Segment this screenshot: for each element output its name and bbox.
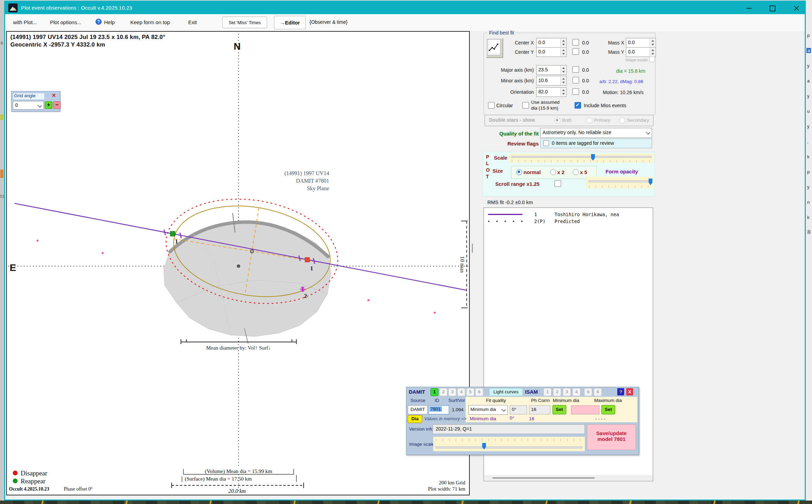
major-axis-field[interactable]: 23.5 [536, 65, 567, 75]
orientation-fix-checkbox[interactable] [572, 88, 579, 95]
background-text-fragment: , [807, 139, 809, 144]
spinner-icon[interactable] [650, 48, 655, 56]
form-opacity-label: Form opacity [606, 169, 638, 174]
spinner-icon[interactable] [560, 88, 566, 96]
damit-model-1-button[interactable]: 1 [430, 388, 438, 396]
form-opacity-slider-thumb[interactable] [649, 179, 652, 185]
obs-row1-name[interactable]: Toshihiro Horikawa, nea [555, 212, 619, 217]
spinner-icon[interactable] [560, 39, 566, 47]
grid-angle-plus-button[interactable]: + [45, 101, 52, 109]
title-bar[interactable]: Plot event observations : Occult v.4.202… [5, 2, 805, 14]
menu-exit[interactable]: Exit [188, 19, 197, 25]
scale-slider[interactable] [509, 153, 654, 163]
grid-angle-select[interactable]: 0 [13, 101, 44, 110]
major-axis-fix-checkbox[interactable] [572, 66, 579, 73]
fit-quality-select[interactable]: Minimum dia [468, 405, 508, 415]
circular-checkbox[interactable] [488, 102, 495, 109]
double-primary-radio[interactable] [587, 118, 592, 123]
spinner-icon[interactable] [560, 66, 566, 74]
isam-model-5-button[interactable]: 5 [584, 388, 592, 396]
set-miss-times-button[interactable]: Set 'Miss' Times [222, 17, 267, 28]
grid-angle-close-icon[interactable]: ✕ [52, 92, 56, 99]
size-label: Size [493, 168, 503, 174]
spinner-icon[interactable] [560, 48, 566, 56]
isam-model-3-button[interactable]: 3 [563, 388, 571, 396]
review-flags-checkbox[interactable] [543, 140, 549, 146]
damit-model-3-button[interactable]: 3 [448, 388, 456, 396]
center-x-field[interactable]: 0.0 [536, 38, 567, 48]
minimize-button[interactable] [742, 4, 756, 12]
memory-maximum-dia: - - - - [595, 416, 605, 421]
double-both-radio[interactable] [555, 118, 560, 123]
damit-model-4-button[interactable]: 4 [457, 388, 465, 396]
isam-model-6-button[interactable]: 6 [594, 388, 602, 396]
obs-row1-num[interactable]: 1 [534, 212, 537, 217]
help-icon[interactable]: ? [95, 19, 102, 25]
close-button[interactable] [790, 4, 803, 12]
include-miss-checkbox[interactable] [575, 102, 581, 109]
background-text-fragment: y [807, 93, 810, 99]
reappear-marker[interactable] [305, 258, 309, 262]
minimum-dia-field[interactable]: 16 [529, 405, 550, 414]
sky-plane-plot: 10 mas Mean diameter by: Vol↑ Surf↓ N E … [7, 32, 469, 495]
set-max-button[interactable]: Set [601, 405, 615, 414]
background-text-fragment: b [1, 41, 3, 46]
size-x2-radio[interactable] [550, 169, 556, 175]
model-id-field[interactable]: 7801 [428, 405, 449, 414]
scrollbar-thumb[interactable] [493, 477, 595, 478]
image-scale-slider[interactable] [433, 437, 585, 451]
surface-mean-dia-label: (Surface) Mean dia = 17.50 km [185, 476, 252, 482]
size-x5-radio[interactable] [573, 169, 579, 175]
isam-model-2-button[interactable]: 2 [553, 388, 561, 396]
minor-axis-fix-checkbox[interactable] [572, 77, 579, 83]
isam-model-1-button[interactable]: 1 [544, 388, 551, 396]
scroll-range-checkbox[interactable] [555, 180, 561, 187]
isam-model-4-button[interactable]: 4 [572, 388, 580, 396]
version-info-field[interactable]: 2022-11-29, Q=1 [433, 424, 585, 434]
source-button[interactable]: DAMIT [408, 405, 428, 414]
disappear-marker[interactable] [170, 231, 175, 236]
grid-angle-value: 0 [15, 102, 18, 108]
menu-plot-options[interactable]: Plot options... [50, 19, 81, 25]
damit-help-button[interactable]: ? [617, 388, 624, 395]
horizontal-scrollbar[interactable] [484, 475, 652, 481]
double-secondary-radio[interactable] [619, 118, 625, 123]
mass-y-field[interactable]: 0.0 [626, 47, 656, 57]
image-scale-slider-thumb[interactable] [482, 443, 486, 450]
save-update-button[interactable]: Save/update model 7801 [587, 424, 636, 450]
maximum-dia-field[interactable] [571, 405, 599, 414]
spinner-icon[interactable] [560, 77, 566, 85]
obs-row2-name[interactable]: Predicted [555, 219, 580, 224]
center-y-field[interactable]: 0.0 [536, 47, 567, 57]
motion-label: Motion: 10.26 km/s [603, 90, 654, 95]
orientation-field[interactable]: 82.0 [536, 87, 567, 97]
menu-help[interactable]: Help [104, 19, 115, 25]
minor-axis-field[interactable]: 10.6 [536, 76, 567, 85]
plot-canvas[interactable]: 10 mas Mean diameter by: Vol↑ Surf↓ N E … [6, 31, 470, 495]
menu-with-plot[interactable]: with Plot... [13, 19, 37, 25]
splitter-handle[interactable] [472, 244, 473, 253]
center-y-fix-checkbox[interactable] [572, 48, 579, 55]
light-curves-button[interactable]: Light curves [489, 388, 523, 396]
damit-close-button[interactable]: X [626, 388, 633, 395]
use-assumed-dia-checkbox[interactable] [522, 102, 529, 109]
grid-angle-toolbox[interactable]: Grid angle ✕ 0 + − [11, 91, 60, 112]
set-min-button[interactable]: Set [552, 405, 566, 414]
form-opacity-slider[interactable] [586, 177, 654, 189]
editor-button[interactable]: →Editor [274, 16, 306, 29]
spinner-icon[interactable] [650, 39, 655, 47]
grid-angle-minus-button[interactable]: − [53, 101, 61, 109]
size-normal-radio[interactable] [516, 169, 522, 175]
dia-button[interactable]: Dia [408, 415, 422, 423]
obs-row2-num[interactable]: 2(P) [534, 219, 546, 224]
shape-model-checkbox[interactable] [649, 57, 655, 62]
mass-x-field[interactable]: 0.0 [626, 38, 656, 48]
damit-model-2-button[interactable]: 2 [439, 388, 447, 396]
damit-model-6-button[interactable]: 6 [475, 388, 483, 396]
quality-select[interactable]: Astrometry only. No reliable size [540, 128, 652, 138]
damit-model-5-button[interactable]: 5 [466, 388, 474, 396]
maximize-button[interactable] [765, 4, 779, 12]
menu-keep-on-top[interactable]: Keep form on top [130, 19, 170, 25]
center-x-fix-checkbox[interactable] [572, 39, 579, 46]
ph-corrn-field[interactable]: 0° [510, 405, 527, 414]
